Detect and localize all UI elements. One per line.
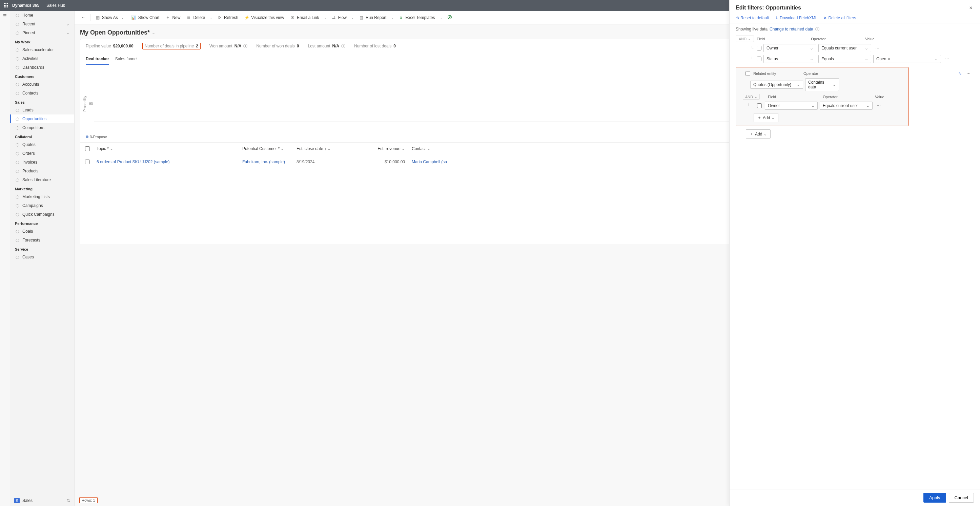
nested-and-pill[interactable]: AND⌄	[743, 94, 760, 100]
waffle-icon[interactable]	[3, 3, 9, 8]
group-more-button[interactable]: ⋯	[964, 70, 972, 76]
visualize-button[interactable]: ⚡Visualize this view	[242, 14, 287, 21]
flow-chevron[interactable]: ⌄	[350, 16, 355, 19]
chevron-down-icon: ⌄	[66, 30, 70, 35]
sidebar-item[interactable]: ◌Campaigns	[10, 201, 74, 210]
plus-icon: ＋	[757, 115, 761, 121]
sidebar-item[interactable]: ◌Pinned⌄	[10, 29, 74, 37]
sidebar-section: My Work	[10, 37, 74, 45]
sidebar-item[interactable]: ◌Activities	[10, 54, 74, 63]
apply-button[interactable]: Apply	[923, 493, 946, 503]
email-chevron[interactable]: ⌄	[323, 16, 328, 19]
filter-operator-dropdown[interactable]: Equals	[818, 55, 871, 63]
excel-icon: ⓧ	[447, 15, 452, 20]
run-report-button[interactable]: ▥Run Report	[356, 14, 389, 21]
flow-button[interactable]: ⇄Flow	[329, 14, 349, 21]
delete-button[interactable]: 🗑Delete	[184, 14, 208, 21]
nested-operator-dropdown[interactable]: Equals current user	[820, 102, 873, 110]
col-contact[interactable]: Contact ⌄	[408, 144, 463, 154]
remove-tag-icon[interactable]: ✕	[888, 57, 891, 61]
nested-row-checkbox[interactable]	[757, 103, 762, 108]
row-contact[interactable]: Maria Campbell (sa	[408, 156, 463, 168]
excel-tmpl-chevron[interactable]: ⌄	[439, 16, 444, 19]
view-title[interactable]: My Open Opportunities*	[80, 29, 150, 36]
cancel-button[interactable]: Cancel	[949, 493, 974, 503]
sidebar-item[interactable]: ◌Forecasts	[10, 236, 74, 244]
outer-add-button[interactable]: ＋Add⌄	[746, 129, 771, 138]
excel-templates-button[interactable]: xExcel Templates	[396, 14, 438, 21]
delete-chevron[interactable]: ⌄	[208, 16, 214, 19]
col-est-revenue[interactable]: Est. revenue ⌄	[361, 144, 408, 154]
email-link-button[interactable]: ✉Email a Link	[287, 14, 321, 21]
refresh-button[interactable]: ⟳Refresh	[215, 14, 241, 21]
sidebar-item[interactable]: ◌Products	[10, 167, 74, 175]
close-icon[interactable]: ✕	[968, 4, 974, 11]
sidebar-item[interactable]: ◌Sales accelerator	[10, 45, 74, 54]
excel-tmpl-icon: x	[399, 15, 403, 20]
sidebar-item[interactable]: ◌Opportunities	[10, 114, 74, 123]
filter-field-dropdown[interactable]: Owner	[764, 44, 816, 52]
view-tab[interactable]: Sales funnel	[115, 53, 138, 65]
sidebar-item[interactable]: ◌Contacts	[10, 89, 74, 98]
view-tab[interactable]: Deal tracker	[86, 53, 109, 65]
filter-field-dropdown[interactable]: Status	[764, 55, 816, 63]
sidebar-item[interactable]: ◌Quotes	[10, 140, 74, 149]
report-chevron[interactable]: ⌄	[390, 16, 395, 19]
sidebar-item[interactable]: ◌Home	[10, 11, 74, 20]
sidebar-item[interactable]: ◌Dashboards	[10, 63, 74, 72]
panel-footer: Apply Cancel	[730, 489, 980, 506]
delete-all-filters-button[interactable]: ✕Delete all filters	[823, 16, 856, 20]
metric: Number of won deals 0	[256, 44, 299, 48]
sidebar-item[interactable]: ◌Competitors	[10, 123, 74, 132]
and-operator-pill[interactable]: AND⌄	[736, 36, 754, 42]
select-all-checkbox[interactable]	[85, 146, 90, 151]
chevron-down-icon[interactable]: ⌄	[152, 30, 155, 35]
nested-field-dropdown[interactable]: Owner	[765, 102, 818, 110]
sidebar-item[interactable]: ◌Accounts	[10, 80, 74, 89]
hamburger-icon[interactable]: ☰	[3, 14, 7, 18]
filter-checkbox[interactable]	[757, 57, 761, 61]
sidebar-item[interactable]: ◌Orders	[10, 149, 74, 158]
sidebar-item[interactable]: ◌Leads	[10, 106, 74, 114]
sidebar-item[interactable]: ◌Goals	[10, 227, 74, 236]
sidebar-item[interactable]: ◌Invoices	[10, 158, 74, 167]
sidebar-item[interactable]: ◌Marketing Lists	[10, 192, 74, 201]
download-fetchxml-button[interactable]: ⤓Download FetchXML	[775, 16, 817, 20]
site-switcher[interactable]: S Sales ⇅	[10, 495, 74, 506]
col-topic[interactable]: Topic * ⌄	[93, 144, 239, 154]
filter-more-button[interactable]: ⋯	[873, 45, 881, 51]
row-topic[interactable]: 6 orders of Product SKU JJ202 (sample)	[93, 156, 239, 168]
mail-icon: ✉	[290, 15, 295, 20]
reset-default-button[interactable]: ⟲Reset to default	[736, 16, 769, 20]
sidebar-item[interactable]: ◌Cases	[10, 253, 74, 262]
filter-value-dropdown[interactable]: Open✕⌄	[873, 55, 941, 63]
col-customer[interactable]: Potential Customer * ⌄	[239, 144, 293, 154]
filter-checkbox[interactable]	[757, 46, 761, 51]
filter-operator-dropdown[interactable]: Equals current user	[818, 44, 871, 52]
col-est-close[interactable]: Est. close date ↑ ⌄	[293, 144, 361, 154]
back-button[interactable]: ←	[79, 14, 88, 21]
show-as-button[interactable]: ▦Show As⌄	[92, 14, 128, 21]
new-button[interactable]: ＋New	[163, 14, 183, 21]
info-icon[interactable]: i	[815, 27, 819, 31]
info-icon[interactable]: i	[341, 44, 345, 48]
svg-rect-8	[7, 6, 8, 8]
nested-add-button[interactable]: ＋Add⌄	[754, 113, 778, 122]
related-checkbox[interactable]	[746, 71, 750, 76]
excel-button[interactable]: ⓧ	[445, 14, 455, 21]
filter-more-button[interactable]: ⋯	[943, 56, 951, 62]
row-customer[interactable]: Fabrikam, Inc. (sample)	[239, 156, 293, 168]
divider	[43, 2, 43, 8]
related-operator-dropdown[interactable]: Contains data	[805, 78, 839, 91]
info-icon[interactable]: i	[243, 44, 247, 48]
nested-more-button[interactable]: ⋯	[875, 103, 883, 109]
collapse-icon[interactable]: ⤡	[958, 71, 962, 76]
sidebar-item[interactable]: ◌Sales Literature	[10, 175, 74, 184]
related-entity-dropdown[interactable]: Quotes (Opportunity)	[750, 81, 803, 89]
sidebar-item[interactable]: ◌Quick Campaigns	[10, 210, 74, 219]
show-chart-button[interactable]: 📊Show Chart	[129, 14, 162, 21]
change-retained-link[interactable]: Change to retained data	[770, 27, 813, 32]
sidebar-item[interactable]: ◌Recent⌄	[10, 20, 74, 29]
nav-icon: ◌	[15, 125, 20, 130]
row-checkbox[interactable]	[85, 160, 90, 164]
